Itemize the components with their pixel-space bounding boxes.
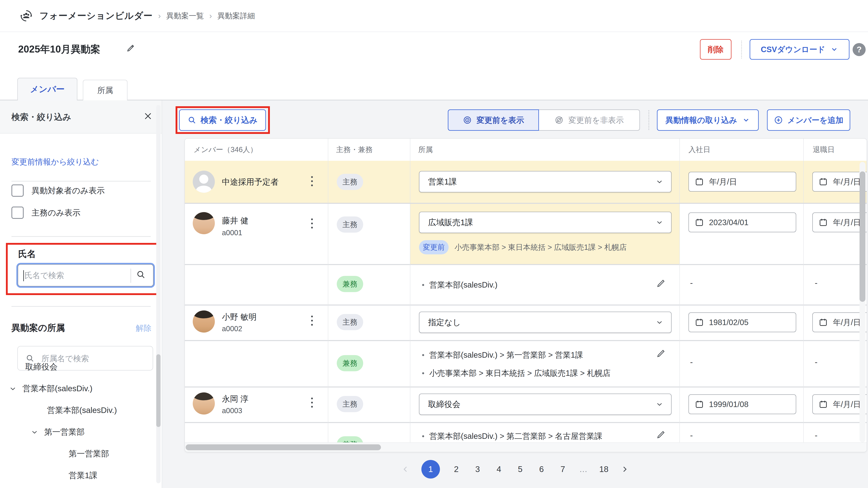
checkbox-primary-only[interactable]: [11, 207, 24, 219]
tree-item-sales-section-1[interactable]: 営業1課: [69, 470, 97, 481]
close-icon[interactable]: [143, 111, 153, 121]
tab-members[interactable]: メンバー: [18, 78, 77, 100]
member-cell: 藤井 健 a0001: [185, 204, 328, 264]
checkbox-row-primary-only[interactable]: 主務のみ表示: [11, 207, 81, 219]
page-5[interactable]: 5: [515, 464, 525, 474]
search-icon: [188, 116, 196, 124]
retire-date-input[interactable]: 年/月/日: [812, 212, 867, 232]
hire-date-input[interactable]: 年/月/日: [688, 172, 796, 192]
help-icon[interactable]: ?: [852, 43, 866, 56]
show-before-toggle[interactable]: 変更前を表示: [448, 109, 539, 131]
edit-pencil-icon[interactable]: [656, 278, 666, 288]
pagination: 1 2 3 4 5 6 7 … 18: [162, 457, 868, 481]
retire-date-cell: 年/月/日: [803, 386, 867, 422]
horizontal-scrollbar-track[interactable]: [185, 442, 867, 452]
org-path-text: 営業本部(salesDiv.): [429, 280, 498, 290]
retire-date-empty: -: [815, 278, 817, 288]
column-header-duty: 主務・兼務: [328, 139, 410, 161]
org-select[interactable]: 営業1課: [419, 171, 672, 192]
org-cell: 広域販売1課 変更前 小売事業本部 > 東日本統括 > 広域販売1課 > 札幌店: [410, 204, 679, 264]
search-filter-panel: 検索・絞り込み 変更前情報から絞り込む 異動対象者のみ表示 主務のみ表示 氏名: [0, 100, 162, 488]
retire-date-empty: -: [815, 431, 817, 440]
sidebar-divider: [11, 306, 151, 307]
org-select[interactable]: 取締役会: [419, 394, 672, 415]
search-icon[interactable]: [136, 270, 146, 279]
import-transfer-info-label: 異動情報の取り込み: [665, 115, 737, 125]
search-filter-panel-title: 検索・絞り込み: [11, 111, 71, 123]
hide-before-toggle[interactable]: 変更前を非表示: [539, 109, 640, 131]
member-cell: 小野 敏明 a0002: [185, 305, 328, 340]
sidebar-scrollbar-thumb[interactable]: [156, 354, 161, 427]
app-title: フォーメーションビルダー: [39, 10, 153, 22]
import-transfer-info-button[interactable]: 異動情報の取り込み: [657, 109, 759, 131]
kebab-menu-icon[interactable]: [311, 219, 313, 231]
tree-item-first-sales-dept-child[interactable]: 第一営業部: [69, 448, 109, 459]
tab-departments[interactable]: 所属: [83, 80, 127, 100]
hire-date-input[interactable]: 2023/04/01: [688, 212, 796, 232]
tree-item-first-sales-dept[interactable]: 第一営業部: [30, 427, 85, 437]
column-header-org: 所属: [410, 139, 679, 161]
tree-item-sales-div-child[interactable]: 営業本部(salesDiv.): [47, 405, 117, 416]
kebab-menu-icon[interactable]: [311, 176, 313, 189]
retire-date-input[interactable]: 年/月/日: [812, 172, 867, 192]
vertical-scrollbar-thumb[interactable]: [860, 171, 865, 302]
org-select[interactable]: 指定なし: [419, 312, 672, 333]
member-name: 永岡 淳: [222, 394, 248, 404]
retire-date-cell: -: [803, 340, 867, 386]
page-18[interactable]: 18: [599, 464, 609, 474]
org-cell: 取締役会: [410, 386, 679, 422]
hire-date-input[interactable]: 1999/01/08: [688, 394, 796, 414]
eye-icon: [463, 116, 472, 125]
delete-button[interactable]: 削除: [700, 39, 732, 60]
filter-by-before-link[interactable]: 変更前情報から絞り込む: [11, 156, 99, 167]
chevron-down-icon: [742, 116, 750, 124]
duty-badge-primary: 主務: [337, 217, 363, 233]
kebab-menu-icon[interactable]: [311, 398, 313, 410]
title-divider: [741, 41, 742, 58]
clear-org-filter-link[interactable]: 解除: [136, 323, 152, 334]
page-3[interactable]: 3: [473, 464, 483, 474]
page-1-current[interactable]: 1: [422, 460, 440, 479]
retire-date-input[interactable]: 年/月/日: [812, 312, 867, 332]
csv-download-label: CSVダウンロード: [761, 44, 826, 55]
kebab-menu-icon[interactable]: [311, 316, 313, 328]
member-name: 中途採用予定者: [222, 177, 279, 188]
search-filter-panel-header: 検索・絞り込み: [0, 100, 162, 134]
edit-title-icon[interactable]: [126, 44, 135, 53]
calendar-icon: [695, 218, 704, 227]
org-select-value: 広域販売1課: [428, 217, 473, 228]
org-path-text: 営業本部(salesDiv.) > 第一営業部 > 営業1課: [429, 349, 583, 361]
add-member-button[interactable]: メンバーを追加: [767, 109, 850, 131]
before-badge: 変更前: [419, 240, 448, 254]
checkbox-transfer-only[interactable]: [11, 184, 24, 197]
edit-pencil-icon[interactable]: [656, 348, 666, 358]
tree-item-label: 第一営業部: [44, 427, 85, 437]
horizontal-scrollbar-thumb[interactable]: [186, 444, 381, 450]
page-4[interactable]: 4: [494, 464, 504, 474]
org-select-value: 指定なし: [428, 317, 461, 328]
name-search-input[interactable]: [24, 266, 120, 284]
page-6[interactable]: 6: [536, 464, 547, 474]
hire-date-cell: 1981/02/05: [679, 305, 803, 340]
org-select[interactable]: 広域販売1課: [419, 212, 672, 233]
next-page-icon[interactable]: [620, 465, 629, 473]
search-filter-button[interactable]: 検索・絞り込み: [179, 109, 266, 131]
tree-item-board[interactable]: 取締役会: [25, 362, 58, 372]
table-row: 兼務 営業本部(salesDiv.) > 第一営業部 > 営業1課 小売事業本部…: [185, 340, 867, 387]
org-cell: 営業本部(salesDiv.): [410, 264, 679, 305]
breadcrumb-transfer-list[interactable]: 異動案一覧: [166, 11, 204, 21]
edit-pencil-icon[interactable]: [656, 430, 666, 439]
previous-page-icon[interactable]: [401, 465, 410, 473]
page-title: 2025年10月異動案: [18, 42, 100, 56]
retire-date-input[interactable]: 年/月/日: [812, 394, 867, 414]
breadcrumb-separator: ›: [158, 11, 161, 20]
csv-download-button[interactable]: CSVダウンロード: [750, 39, 849, 60]
org-list-item: 営業本部(salesDiv.) > 第一営業部 > 営業1課: [422, 349, 583, 361]
page-2[interactable]: 2: [452, 464, 461, 474]
checkbox-row-transfer-only[interactable]: 異動対象者のみ表示: [11, 184, 105, 197]
tree-item-sales-div[interactable]: 営業本部(salesDiv.): [9, 383, 93, 394]
sidebar-divider: [11, 236, 151, 237]
page-7[interactable]: 7: [558, 464, 568, 474]
hire-date-input[interactable]: 1981/02/05: [688, 312, 796, 332]
org-path-text: 小売事業本部 > 東日本統括 > 広域販売1課 > 札幌店: [429, 368, 611, 379]
